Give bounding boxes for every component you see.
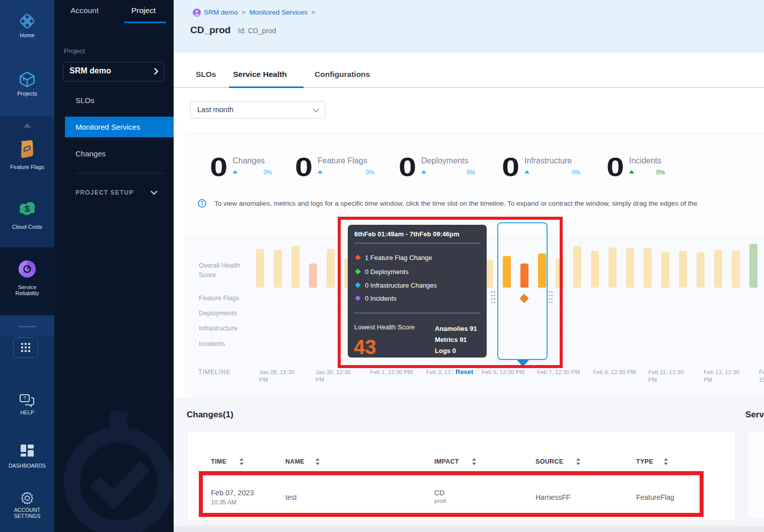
svg-text:$: $ <box>25 204 30 214</box>
svg-text:?: ? <box>23 396 26 401</box>
